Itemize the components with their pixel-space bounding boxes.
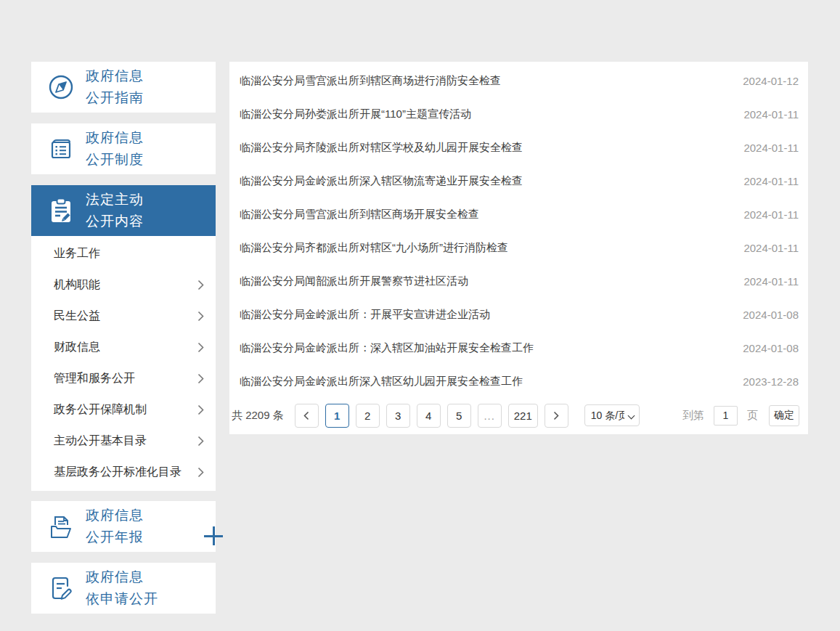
submenu-item-label: 业务工作 [54,246,100,261]
news-title-link[interactable]: 临淄公安分局齐都派出所对辖区“九小场所”进行消防检查 [240,241,508,255]
news-row: 临淄公安分局金岭派出所：开展平安宣讲进企业活动 2024-01-08 [229,298,808,331]
prev-page-button[interactable] [295,404,319,428]
news-date: 2023-12-28 [728,375,799,388]
page-button-1[interactable]: 1 [325,404,349,428]
sidebar-item-label: 公开指南 [86,90,144,105]
page-button-3[interactable]: 3 [386,404,410,428]
submenu-item-fiscal-info[interactable]: 财政信息 [31,332,216,363]
news-date: 2024-01-11 [729,275,799,288]
news-row: 临淄公安分局金岭派出所：深入辖区加油站开展安全检查工作 2024-01-08 [229,331,808,365]
submenu-item-label: 政务公开保障机制 [54,402,147,418]
chevron-right-icon [197,436,204,447]
sidebar-item-label: 政府信息 [86,68,144,84]
submenu-item-label: 管理和服务公开 [54,371,135,386]
sidebar-item-label: 公开年报 [86,529,144,545]
news-date: 2024-01-11 [729,108,799,121]
submenu-item-management-service[interactable]: 管理和服务公开 [31,363,216,394]
submenu-item-label: 民生公益 [54,309,100,324]
news-date: 2024-01-11 [729,242,799,254]
sidebar-item-label: 法定主动 [86,192,144,207]
sidebar-submenu: 业务工作 机构职能 民生公益 财政信息 管理和服务公开 [31,236,216,491]
chevron-right-icon [197,373,204,384]
news-list: 临淄公安分局雪宫派出所到辖区商场进行消防安全检查 2024-01-12 临淄公安… [229,62,808,398]
folder-icon [46,512,76,541]
page-button-221[interactable]: 221 [508,404,538,428]
page-button-5[interactable]: 5 [447,404,471,428]
news-row: 临淄公安分局孙娄派出所开展“110”主题宣传活动 2024-01-11 [229,97,808,131]
chevron-right-icon [197,404,204,415]
submenu-item-label: 财政信息 [54,340,100,355]
sidebar-item-label: 依申请公开 [86,591,158,606]
document-pencil-icon [46,574,76,603]
sidebar-item-statutory-disclosure[interactable]: 法定主动 公开内容 [31,185,216,236]
page-unit-label: 页 [747,409,758,423]
page-button-2[interactable]: 2 [356,404,380,428]
news-row: 临淄公安分局齐都派出所对辖区“九小场所”进行消防检查 2024-01-11 [229,231,808,264]
news-date: 2024-01-11 [729,208,799,221]
more-pages-button[interactable]: ... [478,404,502,428]
book-icon [46,134,76,163]
news-date: 2024-01-08 [728,309,799,321]
sidebar-item-label: 政府信息 [86,130,144,145]
news-row: 临淄公安分局雪宫派出所到辖区商场进行消防安全检查 2024-01-12 [229,64,808,97]
news-title-link[interactable]: 临淄公安分局金岭派出所深入辖区物流寄递业开展安全检查 [240,174,523,188]
chevron-right-icon [197,311,204,322]
submenu-item-standardized-catalog[interactable]: 基层政务公开标准化目录 [31,457,216,488]
news-title-link[interactable]: 临淄公安分局金岭派出所：深入辖区加油站开展安全检查工作 [240,341,534,355]
news-title-link[interactable]: 临淄公安分局雪宫派出所到辖区商场进行消防安全检查 [240,74,501,88]
news-row: 临淄公安分局齐陵派出所对辖区学校及幼儿园开展安全检查 2024-01-11 [229,131,808,164]
content-panel: 临淄公安分局雪宫派出所到辖区商场进行消防安全检查 2024-01-12 临淄公安… [229,62,808,434]
chevron-right-icon [197,342,204,353]
clipboard-pencil-icon [46,196,76,225]
news-row: 临淄公安分局雪宫派出所到辖区商场开展安全检查 2024-01-11 [229,198,808,231]
compass-icon [46,73,76,102]
next-page-button[interactable] [545,404,568,428]
submenu-item-business-work[interactable]: 业务工作 [31,238,216,269]
news-row: 临淄公安分局金岭派出所深入辖区幼儿园开展安全检查工作 2023-12-28 [229,365,808,398]
submenu-item-public-welfare[interactable]: 民生公益 [31,301,216,332]
sidebar-item-label: 政府信息 [86,508,144,523]
news-date: 2024-01-12 [728,75,799,87]
sidebar: 政府信息 公开指南 政府信息 公开制度 [31,62,216,624]
sidebar-item-annual-report[interactable]: 政府信息 公开年报 [31,501,216,552]
news-title-link[interactable]: 临淄公安分局雪宫派出所到辖区商场开展安全检查 [240,208,479,221]
sidebar-item-label: 政府信息 [86,569,144,585]
news-title-link[interactable]: 临淄公安分局金岭派出所：开展平安宣讲进企业活动 [240,308,490,322]
sidebar-item-label: 公开内容 [86,213,144,229]
chevron-right-icon [197,280,204,290]
sidebar-item-disclosure-upon-request[interactable]: 政府信息 依申请公开 [31,563,216,614]
chevron-right-icon [197,467,204,478]
news-date: 2024-01-08 [728,342,799,354]
goto-page-label: 到第 [682,409,704,423]
pagination: 共 2209 条 1 2 3 4 5 ... 221 10 条/页 到第 页 [229,398,808,433]
submenu-item-label: 主动公开基本目录 [54,433,147,449]
submenu-item-guarantee-mechanism[interactable]: 政务公开保障机制 [31,394,216,426]
confirm-button[interactable]: 确定 [769,405,799,426]
news-date: 2024-01-11 [729,175,799,187]
submenu-item-basic-catalog[interactable]: 主动公开基本目录 [31,426,216,457]
news-title-link[interactable]: 临淄公安分局金岭派出所深入辖区幼儿园开展安全检查工作 [240,375,523,388]
news-title-link[interactable]: 临淄公安分局闻韶派出所开展警察节进社区活动 [240,274,468,288]
sidebar-item-label: 公开制度 [86,152,144,167]
sidebar-item-disclosure-guide[interactable]: 政府信息 公开指南 [31,62,216,113]
chevron-right-icon [553,411,559,420]
chevron-left-icon [303,411,309,420]
news-title-link[interactable]: 临淄公安分局齐陵派出所对辖区学校及幼儿园开展安全检查 [240,141,523,155]
news-date: 2024-01-11 [729,142,799,154]
submenu-item-label: 机构职能 [54,277,100,293]
total-count-label: 共 2209 条 [232,409,284,423]
page-size-select[interactable]: 10 条/页 [584,404,640,426]
news-row: 临淄公安分局闻韶派出所开展警察节进社区活动 2024-01-11 [229,264,808,298]
news-title-link[interactable]: 临淄公安分局孙娄派出所开展“110”主题宣传活动 [240,107,471,121]
news-row: 临淄公安分局金岭派出所深入辖区物流寄递业开展安全检查 2024-01-11 [229,164,808,198]
submenu-item-org-functions[interactable]: 机构职能 [31,269,216,301]
page-button-4[interactable]: 4 [417,404,441,428]
sidebar-item-disclosure-system[interactable]: 政府信息 公开制度 [31,123,216,174]
submenu-item-label: 基层政务公开标准化目录 [54,465,182,480]
goto-page-input[interactable] [714,406,738,426]
